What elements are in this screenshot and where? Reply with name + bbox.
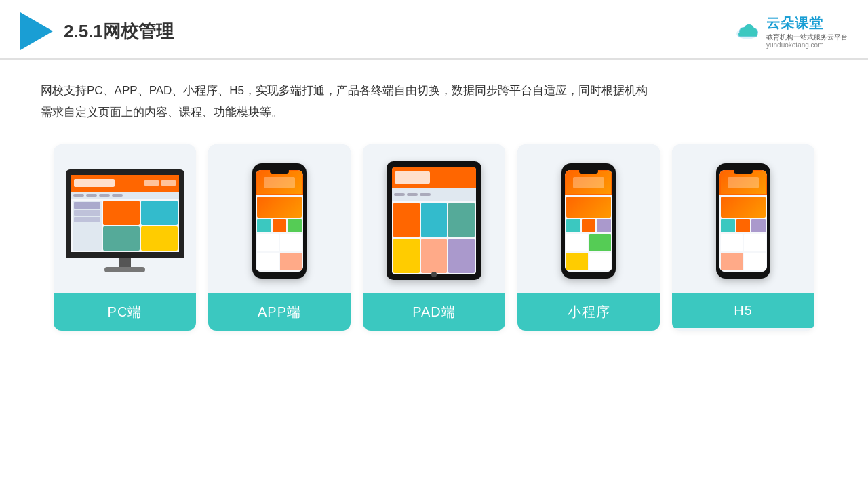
card-pad: PAD端 [363,144,505,331]
page-title: 2.5.1网校管理 [64,20,174,43]
description-text: 网校支持PC、APP、PAD、小程序、H5，实现多端打通，产品各终端自由切换，数… [41,80,827,124]
brand-url: yunduoketang.com [766,41,824,49]
header-left: 2.5.1网校管理 [20,12,174,50]
card-miniapp-label: 小程序 [517,293,660,331]
pc-monitor-icon [66,169,184,272]
cards-row: PC端 [41,144,827,331]
card-pc: PC端 [54,144,196,331]
logo-triangle-icon [20,12,53,50]
brand-name: 云朵课堂 [766,14,823,33]
cloud-icon [734,22,761,41]
main-content: 网校支持PC、APP、PAD、小程序、H5，实现多端打通，产品各终端自由切换，数… [0,60,868,344]
card-miniapp-image [517,144,660,293]
card-h5: H5 [672,144,814,331]
brand-text: 云朵课堂 教育机构一站式服务云平台 yunduoketang.com [766,14,848,49]
phone-h5-icon [716,163,770,279]
phone-app-icon [252,163,307,279]
card-miniapp: 小程序 [517,144,660,331]
card-app-label: APP端 [208,293,351,331]
card-pc-label: PC端 [54,293,196,331]
card-pad-label: PAD端 [363,293,505,331]
card-app-image [208,144,351,293]
card-pad-image [363,144,505,293]
page-header: 2.5.1网校管理 云朵课堂 教育机构一站式服务云平台 yunduoketang… [0,0,868,60]
tablet-icon [387,161,481,280]
phone-miniapp-icon [561,163,616,279]
svg-rect-8 [738,32,757,36]
brand-logo-area: 云朵课堂 教育机构一站式服务云平台 yunduoketang.com [734,14,848,49]
card-h5-label: H5 [672,293,814,328]
card-h5-image [672,144,814,293]
brand-tagline: 教育机构一站式服务云平台 [766,33,848,41]
card-pc-image [54,144,196,293]
card-app: APP端 [208,144,351,331]
